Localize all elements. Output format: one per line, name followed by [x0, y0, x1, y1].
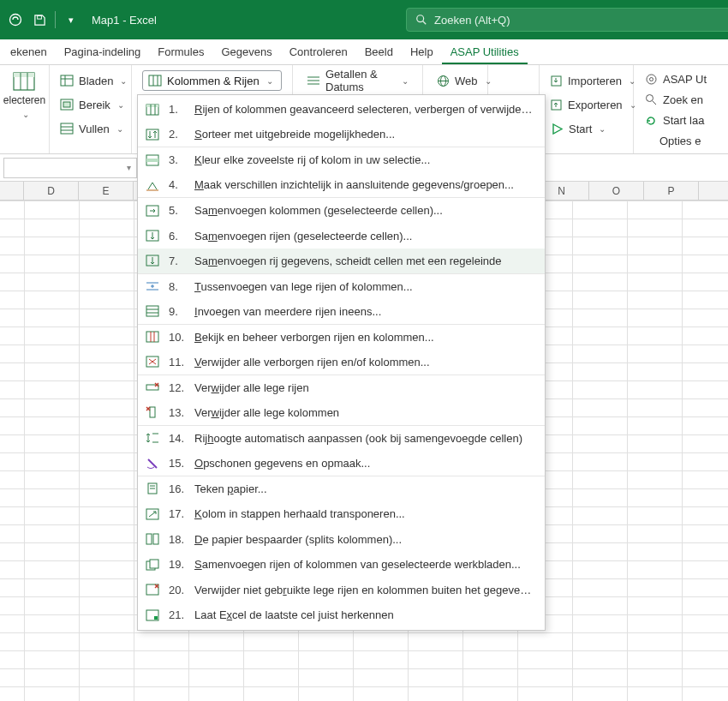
menu-item-12[interactable]: 12.Verwijder alle lege rijen — [138, 375, 545, 401]
menu-item-label: Samenvoegen rij gegevens, scheidt cellen… — [194, 255, 534, 267]
svg-rect-13 — [61, 123, 73, 134]
menu-item-label: Verwijder niet gebruikte lege rijen en k… — [194, 584, 534, 596]
merge-rows-icon — [145, 253, 160, 268]
fill-icon — [60, 122, 74, 135]
menu-item-label: Samenvoegen rijen of kolommen van gesele… — [194, 558, 534, 571]
chevron-down-icon[interactable]: ▾ — [127, 163, 131, 172]
menu-item-11[interactable]: 11.Verwijder alle verborgen rijen en/of … — [138, 350, 545, 375]
menu-item-number: 16. — [169, 482, 186, 495]
menu-item-7[interactable]: 7.Samenvoegen rij gegevens, scheidt cell… — [138, 249, 545, 274]
menu-item-label: Kolom in stappen herhaald transponeren..… — [194, 507, 534, 520]
menu-item-number: 21. — [169, 608, 186, 621]
menu-item-number: 4. — [169, 178, 186, 191]
ribbon-tabs: ekenen Pagina-indeling Formules Gegevens… — [0, 39, 728, 65]
menu-item-label: Maak verschillen inzichtelijk in aanslui… — [194, 178, 534, 191]
menu-item-9[interactable]: 9.Invoegen van meerdere rijen ineens... — [138, 299, 545, 325]
menu-item-5[interactable]: 5.Samenvoegen kolommen (geselecteerde ce… — [138, 198, 545, 224]
svg-line-30 — [653, 101, 656, 105]
autosave-toggle-icon[interactable] — [5, 9, 26, 30]
search-box[interactable]: Zoeken (Alt+Q) — [406, 8, 728, 32]
sort-icon — [145, 127, 160, 142]
start-button[interactable]: Start⌄ — [546, 118, 626, 139]
col-header[interactable]: P — [644, 182, 699, 200]
search-placeholder: Zoeken (Alt+Q) — [434, 14, 510, 27]
last-cell-icon — [145, 608, 160, 623]
export-icon — [550, 98, 563, 111]
menu-item-number: 18. — [169, 533, 186, 546]
tab-tekenen[interactable]: ekenen — [2, 40, 56, 64]
asap-ut-button[interactable]: ASAP Ut — [641, 70, 710, 87]
menu-item-2[interactable]: 2.Sorteer met uitgebreide mogelijkheden.… — [138, 123, 545, 148]
qat-overflow-icon[interactable]: ▾ — [61, 9, 81, 30]
paper-icon — [145, 481, 160, 496]
bladen-button[interactable]: Bladen⌄ — [57, 70, 124, 91]
menu-item-17[interactable]: 17.Kolom in stappen herhaald transponere… — [138, 501, 545, 527]
menu-item-label: Bekijk en beheer verborgen rijen en kolo… — [194, 331, 534, 344]
exporteren-button[interactable]: Exporteren⌄ — [546, 94, 626, 115]
svg-rect-5 — [14, 73, 34, 77]
col-header[interactable]: D — [24, 182, 79, 200]
menu-item-1[interactable]: 1.Rijen of kolommen geavanceerd selecter… — [138, 97, 545, 123]
tab-asap-utilities[interactable]: ASAP Utilities — [442, 40, 528, 64]
merge-cols-icon — [145, 203, 160, 219]
menu-item-number: 8. — [169, 280, 186, 293]
del-cols-icon — [145, 404, 160, 420]
getallen-datums-button[interactable]: Getallen & Datums⌄ — [303, 70, 412, 91]
tab-beeld[interactable]: Beeld — [356, 40, 402, 64]
opties-button[interactable]: Opties e — [641, 133, 710, 150]
menu-item-3[interactable]: 3.Kleur elke zoveelste rij of kolom in u… — [138, 147, 545, 173]
selecteren-button[interactable]: electeren ⌄ — [3, 72, 45, 119]
tab-help[interactable]: Help — [402, 40, 442, 64]
menu-item-number: 2. — [169, 128, 186, 141]
menu-item-number: 19. — [169, 558, 186, 571]
diff-icon — [145, 177, 160, 193]
start-laa-button[interactable]: Start laa — [641, 112, 710, 129]
menu-item-label: Verwijder alle lege rijen — [194, 381, 534, 394]
menu-item-number: 13. — [169, 406, 186, 419]
menu-item-label: Laat Excel de laatste cel juist herkenne… — [194, 608, 534, 621]
menu-item-15[interactable]: 15.Opschonen gegevens en opmaak... — [138, 451, 545, 476]
importeren-button[interactable]: Importeren⌄ — [546, 70, 626, 91]
menu-item-21[interactable]: 21.Laat Excel de laatste cel juist herke… — [138, 602, 545, 628]
menu-item-18[interactable]: 18.De papier bespaarder (splits kolommen… — [138, 527, 545, 553]
menu-item-10[interactable]: 10.Bekijk en beheer verborgen rijen en k… — [138, 325, 545, 350]
vullen-button[interactable]: Vullen⌄ — [57, 118, 124, 139]
col-header[interactable]: O — [589, 182, 644, 200]
svg-point-28 — [649, 77, 653, 81]
menu-item-8[interactable]: 8.Tussenvoegen van lege rijen of kolomme… — [138, 274, 545, 300]
menu-item-number: 7. — [169, 255, 186, 267]
tab-gegevens[interactable]: Gegevens — [212, 40, 280, 64]
web-button[interactable]: Web⌄ — [433, 70, 477, 91]
tab-formules[interactable]: Formules — [149, 40, 212, 64]
svg-rect-1 — [37, 15, 41, 19]
menu-item-13[interactable]: 13.Verwijder alle lege kolommen — [138, 400, 545, 426]
select-all-corner[interactable] — [0, 182, 24, 200]
menu-item-label: Sorteer met uitgebreide mogelijkheden... — [194, 128, 534, 141]
menu-item-16[interactable]: 16.Teken papier... — [138, 476, 545, 502]
tab-pagina-indeling[interactable]: Pagina-indeling — [56, 40, 150, 64]
insert-gap-icon — [145, 279, 160, 294]
name-box[interactable]: ▾ — [3, 158, 137, 178]
menu-item-14[interactable]: 14.Rijhoogte automatisch aanpassen (ook … — [138, 426, 545, 452]
kolommen-rijen-menu: 1.Rijen of kolommen geavanceerd selecter… — [137, 94, 546, 631]
menu-item-label: Samenvoegen rijen (geselecteerde cellen)… — [194, 230, 534, 243]
tab-controleren[interactable]: Controleren — [281, 40, 356, 64]
play-icon — [550, 122, 564, 135]
numbers-icon — [307, 74, 320, 87]
svg-rect-8 — [61, 75, 73, 86]
menu-item-number: 10. — [169, 331, 186, 344]
kolommen-rijen-button[interactable]: Kolommen & Rijen⌄ — [142, 70, 282, 91]
svg-rect-47 — [146, 332, 158, 342]
window-title: Map1 - Excel — [92, 14, 157, 27]
hidden-icon — [145, 329, 160, 345]
menu-item-19[interactable]: 19.Samenvoegen rijen of kolommen van ges… — [138, 552, 545, 578]
menu-item-20[interactable]: 20.Verwijder niet gebruikte lege rijen e… — [138, 578, 545, 603]
col-header[interactable]: E — [79, 182, 134, 200]
svg-point-0 — [10, 15, 21, 26]
menu-item-6[interactable]: 6.Samenvoegen rijen (geselecteerde celle… — [138, 224, 545, 249]
zoek-en-button[interactable]: Zoek en — [641, 91, 710, 108]
bereik-button[interactable]: Bereik⌄ — [57, 94, 124, 115]
range-icon — [60, 98, 74, 111]
save-icon[interactable] — [29, 9, 50, 30]
menu-item-4[interactable]: 4.Maak verschillen inzichtelijk in aansl… — [138, 173, 545, 199]
